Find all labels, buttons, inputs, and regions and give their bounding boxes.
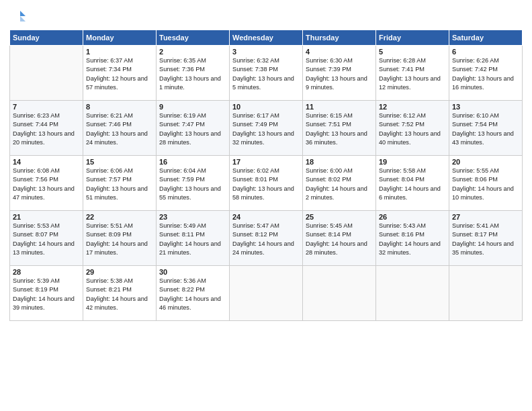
daylight-line2: 32 minutes. [379, 248, 446, 257]
sunrise-text: Sunrise: 5:51 AM [86, 222, 153, 230]
cell-3-7: 20Sunrise: 5:55 AMSunset: 8:06 PMDayligh… [449, 156, 523, 211]
daylight-line2: 20 minutes. [13, 138, 80, 147]
day-number: 11 [306, 103, 373, 111]
sunrise-text: Sunrise: 6:37 AM [86, 56, 153, 65]
calendar-table: SundayMondayTuesdayWednesdayThursdayFrid… [9, 30, 523, 321]
day-number: 28 [13, 268, 80, 276]
daylight-line1: Daylight: 13 hours and [159, 130, 226, 138]
cell-5-6 [376, 266, 449, 321]
svg-marker-0 [20, 11, 26, 16]
sunset-text: Sunset: 7:36 PM [159, 65, 226, 74]
day-number: 24 [232, 213, 300, 221]
sunset-text: Sunset: 7:44 PM [13, 120, 80, 129]
sunset-text: Sunset: 8:07 PM [13, 230, 80, 239]
sunset-text: Sunset: 8:17 PM [452, 230, 519, 239]
daylight-line1: Daylight: 13 hours and [13, 185, 80, 193]
daylight-line1: Daylight: 13 hours and [379, 75, 446, 83]
sunrise-text: Sunrise: 6:00 AM [306, 167, 373, 175]
day-number: 21 [13, 213, 80, 221]
day-number: 13 [452, 103, 519, 111]
cell-1-4: 3Sunrise: 6:32 AMSunset: 7:38 PMDaylight… [230, 46, 303, 101]
day-number: 7 [13, 103, 80, 111]
cell-1-5: 4Sunrise: 6:30 AMSunset: 7:39 PMDaylight… [303, 46, 376, 101]
cell-2-2: 8Sunrise: 6:21 AMSunset: 7:46 PMDaylight… [83, 101, 157, 156]
daylight-line2: 1 minute. [159, 83, 226, 92]
column-headers-row: SundayMondayTuesdayWednesdayThursdayFrid… [10, 30, 523, 46]
sunset-text: Sunset: 7:42 PM [452, 65, 519, 74]
daylight-line1: Daylight: 14 hours and [379, 240, 446, 248]
sunset-text: Sunset: 7:56 PM [13, 175, 80, 184]
sunset-text: Sunset: 7:41 PM [379, 65, 446, 74]
calendar-body: 1Sunrise: 6:37 AMSunset: 7:34 PMDaylight… [10, 46, 523, 321]
daylight-line2: 42 minutes. [86, 304, 153, 312]
cell-2-4: 10Sunrise: 6:17 AMSunset: 7:49 PMDayligh… [230, 101, 303, 156]
sunset-text: Sunset: 7:52 PM [379, 120, 446, 129]
daylight-line1: Daylight: 14 hours and [159, 240, 226, 248]
cell-4-6: 26Sunrise: 5:43 AMSunset: 8:16 PMDayligh… [376, 211, 449, 266]
daylight-line2: 16 minutes. [452, 83, 519, 92]
cell-1-2: 1Sunrise: 6:37 AMSunset: 7:34 PMDaylight… [83, 46, 157, 101]
daylight-line1: Daylight: 14 hours and [452, 240, 519, 248]
cell-5-2: 29Sunrise: 5:38 AMSunset: 8:21 PMDayligh… [83, 266, 157, 321]
daylight-line1: Daylight: 14 hours and [306, 240, 373, 248]
day-number: 8 [86, 103, 153, 111]
daylight-line1: Daylight: 14 hours and [232, 240, 300, 248]
sunrise-text: Sunrise: 5:49 AM [159, 222, 226, 230]
sunrise-text: Sunrise: 6:08 AM [13, 167, 80, 175]
daylight-line2: 21 minutes. [159, 248, 226, 257]
cell-3-1: 14Sunrise: 6:08 AMSunset: 7:56 PMDayligh… [10, 156, 83, 211]
daylight-line2: 46 minutes. [159, 304, 226, 312]
sunrise-text: Sunrise: 6:32 AM [232, 56, 300, 65]
daylight-line1: Daylight: 13 hours and [159, 185, 226, 193]
daylight-line1: Daylight: 13 hours and [86, 130, 153, 138]
cell-2-6: 12Sunrise: 6:12 AMSunset: 7:52 PMDayligh… [376, 101, 449, 156]
sunset-text: Sunset: 8:04 PM [379, 175, 446, 184]
cell-2-5: 11Sunrise: 6:15 AMSunset: 7:51 PMDayligh… [303, 101, 376, 156]
day-number: 25 [306, 213, 373, 221]
day-number: 22 [86, 213, 153, 221]
cell-2-7: 13Sunrise: 6:10 AMSunset: 7:54 PMDayligh… [449, 101, 523, 156]
daylight-line2: 12 minutes. [379, 83, 446, 92]
week-row-1: 1Sunrise: 6:37 AMSunset: 7:34 PMDaylight… [10, 46, 523, 101]
cell-4-3: 23Sunrise: 5:49 AMSunset: 8:11 PMDayligh… [157, 211, 230, 266]
cell-5-3: 30Sunrise: 5:36 AMSunset: 8:22 PMDayligh… [157, 266, 230, 321]
day-number: 12 [379, 103, 446, 111]
daylight-line2: 24 minutes. [232, 248, 300, 257]
sunrise-text: Sunrise: 6:02 AM [232, 167, 300, 175]
sunrise-text: Sunrise: 6:21 AM [86, 111, 153, 120]
daylight-line1: Daylight: 14 hours and [159, 295, 226, 304]
day-number: 6 [452, 48, 519, 56]
daylight-line2: 55 minutes. [159, 193, 226, 202]
sunset-text: Sunset: 7:59 PM [159, 175, 226, 184]
col-header-thursday: Thursday [303, 30, 376, 46]
sunrise-text: Sunrise: 5:39 AM [13, 277, 80, 285]
sunrise-text: Sunrise: 6:04 AM [159, 167, 226, 175]
daylight-line2: 5 minutes. [232, 83, 300, 92]
day-number: 4 [306, 48, 373, 56]
daylight-line2: 32 minutes. [232, 138, 300, 147]
sunrise-text: Sunrise: 6:06 AM [86, 167, 153, 175]
cell-3-2: 15Sunrise: 6:06 AMSunset: 7:57 PMDayligh… [83, 156, 157, 211]
daylight-line1: Daylight: 14 hours and [86, 240, 153, 248]
daylight-line2: 58 minutes. [232, 193, 300, 202]
sunset-text: Sunset: 8:21 PM [86, 285, 153, 294]
day-number: 10 [232, 103, 300, 111]
sunset-text: Sunset: 8:01 PM [232, 175, 300, 184]
day-number: 16 [159, 158, 226, 166]
daylight-line2: 28 minutes. [306, 248, 373, 257]
daylight-line1: Daylight: 13 hours and [306, 130, 373, 138]
sunrise-text: Sunrise: 5:38 AM [86, 277, 153, 285]
sunrise-text: Sunrise: 5:36 AM [159, 277, 226, 285]
sunrise-text: Sunrise: 6:17 AM [232, 111, 300, 120]
daylight-line1: Daylight: 13 hours and [232, 130, 300, 138]
daylight-line1: Daylight: 13 hours and [306, 75, 373, 83]
daylight-line1: Daylight: 13 hours and [232, 185, 300, 193]
daylight-line1: Daylight: 13 hours and [232, 75, 300, 83]
daylight-line2: 43 minutes. [452, 138, 519, 147]
sunset-text: Sunset: 7:54 PM [452, 120, 519, 129]
sunset-text: Sunset: 8:09 PM [86, 230, 153, 239]
sunset-text: Sunset: 7:47 PM [159, 120, 226, 129]
cell-1-1 [10, 46, 83, 101]
sunset-text: Sunset: 7:57 PM [86, 175, 153, 184]
cell-4-4: 24Sunrise: 5:47 AMSunset: 8:12 PMDayligh… [230, 211, 303, 266]
